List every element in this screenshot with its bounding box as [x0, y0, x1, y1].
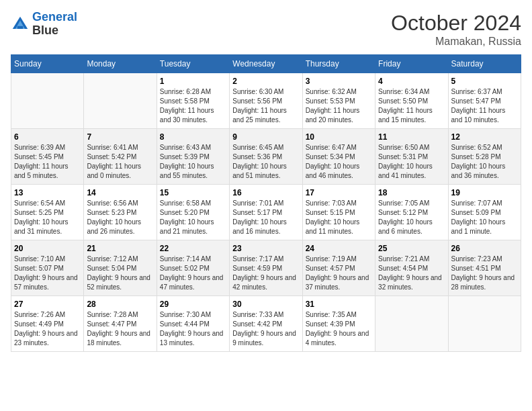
day-number: 4: [378, 77, 445, 86]
day-number: 3: [306, 77, 372, 86]
day-number: 26: [451, 244, 518, 253]
day-info: Sunrise: 7:07 AMSunset: 5:09 PMDaylight:…: [451, 199, 518, 236]
svg-rect-2: [17, 26, 23, 29]
day-number: 5: [451, 77, 518, 86]
calendar-week-row: 1 Sunrise: 6:28 AMSunset: 5:58 PMDayligh…: [11, 73, 521, 129]
col-wednesday: Wednesday: [230, 55, 302, 73]
page-header: General Blue October 2024 Mamakan, Russi…: [11, 11, 521, 48]
table-row: 21 Sunrise: 7:12 AMSunset: 5:04 PMDaylig…: [84, 240, 157, 296]
table-row: 23 Sunrise: 7:17 AMSunset: 4:59 PMDaylig…: [230, 240, 302, 296]
table-row: [84, 73, 157, 129]
col-thursday: Thursday: [302, 55, 375, 73]
day-info: Sunrise: 7:14 AMSunset: 5:02 PMDaylight:…: [160, 255, 226, 292]
day-info: Sunrise: 6:37 AMSunset: 5:47 PMDaylight:…: [451, 87, 518, 125]
month-title: October 2024: [391, 11, 521, 36]
day-number: 27: [14, 300, 81, 309]
calendar-week-row: 20 Sunrise: 7:10 AMSunset: 5:07 PMDaylig…: [11, 240, 521, 296]
table-row: 11 Sunrise: 6:50 AMSunset: 5:31 PMDaylig…: [375, 129, 448, 185]
table-row: 31 Sunrise: 7:35 AMSunset: 4:39 PMDaylig…: [302, 296, 375, 352]
logo: General Blue: [11, 11, 77, 38]
table-row: 30 Sunrise: 7:33 AMSunset: 4:42 PMDaylig…: [230, 296, 302, 352]
day-info: Sunrise: 7:10 AMSunset: 5:07 PMDaylight:…: [14, 255, 81, 292]
table-row: [375, 296, 448, 352]
day-number: 8: [160, 132, 226, 142]
table-row: 5 Sunrise: 6:37 AMSunset: 5:47 PMDayligh…: [448, 73, 521, 129]
day-info: Sunrise: 6:58 AMSunset: 5:20 PMDaylight:…: [160, 199, 226, 236]
day-number: 12: [451, 132, 518, 142]
col-friday: Friday: [375, 55, 448, 73]
calendar-table: Sunday Monday Tuesday Wednesday Thursday…: [11, 54, 521, 352]
day-info: Sunrise: 6:39 AMSunset: 5:45 PMDaylight:…: [14, 143, 81, 181]
day-info: Sunrise: 6:47 AMSunset: 5:34 PMDaylight:…: [306, 143, 372, 181]
day-number: 9: [232, 132, 299, 142]
table-row: 27 Sunrise: 7:26 AMSunset: 4:49 PMDaylig…: [11, 296, 84, 352]
table-row: 28 Sunrise: 7:28 AMSunset: 4:47 PMDaylig…: [84, 296, 157, 352]
day-number: 23: [232, 244, 299, 253]
day-number: 1: [160, 77, 226, 86]
table-row: 9 Sunrise: 6:45 AMSunset: 5:36 PMDayligh…: [230, 129, 302, 185]
day-number: 18: [378, 188, 445, 197]
col-monday: Monday: [84, 55, 157, 73]
day-number: 20: [14, 244, 81, 253]
day-info: Sunrise: 6:50 AMSunset: 5:31 PMDaylight:…: [378, 143, 445, 181]
calendar-week-row: 13 Sunrise: 6:54 AMSunset: 5:25 PMDaylig…: [11, 185, 521, 240]
day-number: 16: [232, 188, 299, 197]
table-row: 18 Sunrise: 7:05 AMSunset: 5:12 PMDaylig…: [375, 185, 448, 240]
day-number: 13: [14, 188, 81, 197]
table-row: 19 Sunrise: 7:07 AMSunset: 5:09 PMDaylig…: [448, 185, 521, 240]
table-row: 25 Sunrise: 7:21 AMSunset: 4:54 PMDaylig…: [375, 240, 448, 296]
day-number: 10: [306, 132, 372, 142]
day-info: Sunrise: 7:03 AMSunset: 5:15 PMDaylight:…: [306, 199, 372, 236]
calendar-header-row: Sunday Monday Tuesday Wednesday Thursday…: [11, 55, 521, 73]
table-row: 15 Sunrise: 6:58 AMSunset: 5:20 PMDaylig…: [157, 185, 229, 240]
day-info: Sunrise: 7:28 AMSunset: 4:47 PMDaylight:…: [87, 310, 153, 348]
day-number: 21: [87, 244, 153, 253]
day-number: 30: [232, 300, 299, 309]
day-info: Sunrise: 6:45 AMSunset: 5:36 PMDaylight:…: [232, 143, 299, 181]
day-number: 28: [87, 300, 153, 309]
table-row: 1 Sunrise: 6:28 AMSunset: 5:58 PMDayligh…: [157, 73, 229, 129]
col-sunday: Sunday: [11, 55, 84, 73]
logo-general: General: [32, 10, 77, 24]
table-row: 20 Sunrise: 7:10 AMSunset: 5:07 PMDaylig…: [11, 240, 84, 296]
table-row: [11, 73, 84, 129]
table-row: 29 Sunrise: 7:30 AMSunset: 4:44 PMDaylig…: [157, 296, 229, 352]
day-number: 31: [306, 300, 372, 309]
day-info: Sunrise: 6:56 AMSunset: 5:23 PMDaylight:…: [87, 199, 153, 236]
calendar-week-row: 6 Sunrise: 6:39 AMSunset: 5:45 PMDayligh…: [11, 129, 521, 185]
table-row: 10 Sunrise: 6:47 AMSunset: 5:34 PMDaylig…: [302, 129, 375, 185]
day-info: Sunrise: 6:30 AMSunset: 5:56 PMDaylight:…: [232, 87, 299, 125]
day-info: Sunrise: 7:30 AMSunset: 4:44 PMDaylight:…: [160, 310, 226, 348]
day-info: Sunrise: 7:21 AMSunset: 4:54 PMDaylight:…: [378, 255, 445, 292]
day-info: Sunrise: 6:52 AMSunset: 5:28 PMDaylight:…: [451, 143, 518, 181]
location: Mamakan, Russia: [391, 36, 521, 48]
table-row: 26 Sunrise: 7:23 AMSunset: 4:51 PMDaylig…: [448, 240, 521, 296]
table-row: 22 Sunrise: 7:14 AMSunset: 5:02 PMDaylig…: [157, 240, 229, 296]
day-info: Sunrise: 7:33 AMSunset: 4:42 PMDaylight:…: [232, 310, 299, 348]
day-info: Sunrise: 7:19 AMSunset: 4:57 PMDaylight:…: [306, 255, 372, 292]
day-info: Sunrise: 6:28 AMSunset: 5:58 PMDaylight:…: [160, 87, 226, 125]
day-number: 14: [87, 188, 153, 197]
day-info: Sunrise: 7:01 AMSunset: 5:17 PMDaylight:…: [232, 199, 299, 236]
day-number: 22: [160, 244, 226, 253]
calendar-week-row: 27 Sunrise: 7:26 AMSunset: 4:49 PMDaylig…: [11, 296, 521, 352]
day-number: 19: [451, 188, 518, 197]
day-info: Sunrise: 7:05 AMSunset: 5:12 PMDaylight:…: [378, 199, 445, 236]
day-number: 11: [378, 132, 445, 142]
col-saturday: Saturday: [448, 55, 521, 73]
table-row: 6 Sunrise: 6:39 AMSunset: 5:45 PMDayligh…: [11, 129, 84, 185]
day-number: 7: [87, 132, 153, 142]
table-row: 7 Sunrise: 6:41 AMSunset: 5:42 PMDayligh…: [84, 129, 157, 185]
day-info: Sunrise: 7:17 AMSunset: 4:59 PMDaylight:…: [232, 255, 299, 292]
day-number: 29: [160, 300, 226, 309]
day-info: Sunrise: 7:23 AMSunset: 4:51 PMDaylight:…: [451, 255, 518, 292]
table-row: 12 Sunrise: 6:52 AMSunset: 5:28 PMDaylig…: [448, 129, 521, 185]
table-row: 24 Sunrise: 7:19 AMSunset: 4:57 PMDaylig…: [302, 240, 375, 296]
table-row: [448, 296, 521, 352]
table-row: 17 Sunrise: 7:03 AMSunset: 5:15 PMDaylig…: [302, 185, 375, 240]
day-info: Sunrise: 6:34 AMSunset: 5:50 PMDaylight:…: [378, 87, 445, 125]
day-number: 2: [232, 77, 299, 86]
title-block: October 2024 Mamakan, Russia: [391, 11, 521, 48]
day-info: Sunrise: 6:43 AMSunset: 5:39 PMDaylight:…: [160, 143, 226, 181]
day-info: Sunrise: 7:12 AMSunset: 5:04 PMDaylight:…: [87, 255, 153, 292]
